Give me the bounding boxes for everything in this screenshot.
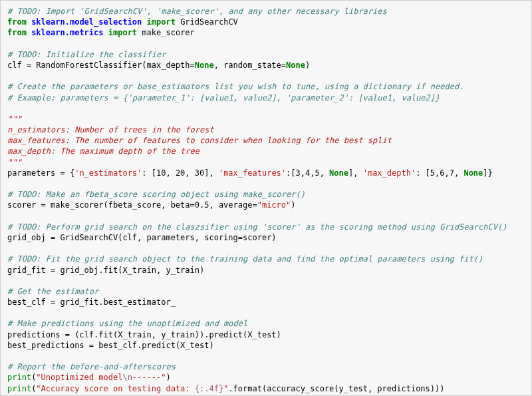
string: "micro" <box>257 200 291 210</box>
code-text: ], <box>348 168 363 178</box>
comment: # TODO: Perform grid search on the clasz… <box>7 222 507 232</box>
comment: # Example: parameters = {'parameter_1': … <box>7 93 440 102</box>
string: 'max_depth' <box>363 168 416 178</box>
code-text: , random_state= <box>214 61 286 70</box>
format-placeholder: {:.4f} <box>195 384 223 393</box>
code-text: clf = RandomForestClassifier(max_depth= <box>7 61 195 70</box>
keyword-import: import <box>147 17 176 27</box>
docstring-line: max_features: The number of features to … <box>7 136 392 145</box>
import-name: make_scorer <box>142 28 194 37</box>
code-text: best_predictions = best_clf.predict(X_te… <box>7 341 214 350</box>
comment: # TODO: Initialize the classifier <box>7 50 166 59</box>
code-text: ) <box>291 200 295 210</box>
string: ------" <box>132 373 166 382</box>
docstring-quotes-open: """ <box>7 114 22 124</box>
constant-none: None <box>329 168 348 178</box>
builtin-print: print <box>7 373 31 382</box>
code-text: : [5,6,7, <box>416 168 464 178</box>
constant-none: None <box>286 61 305 70</box>
module-name: sklearn.model_selection <box>31 17 142 27</box>
constant-none: None <box>195 61 214 70</box>
import-name: GridSearchCV <box>180 17 238 27</box>
comment: # Report the before-and-afterscores <box>7 362 176 371</box>
code-text: scorer = make_scorer(fbeta_score, beta=0… <box>7 200 257 210</box>
code-text: :[3,4,5, <box>286 168 329 178</box>
code-text: .format(accuracy_score(y_test, predictio… <box>228 384 444 393</box>
docstring-line: n_estimators: Number of trees in the for… <box>7 125 214 134</box>
comment: # Create the parameters or base_estimato… <box>7 82 464 91</box>
comment: # Make predictions using the unoptimized… <box>7 319 247 328</box>
code-text: grid_obj = GridSearchCV(clf, parameters,… <box>7 233 277 242</box>
code-cell: # TODO: Import 'GridSearchCV', 'make_sco… <box>0 0 532 396</box>
code-text: ) <box>305 61 310 70</box>
module-name: sklearn.metrics <box>31 28 103 37</box>
docstring-line: max_depth: The maximum depth of the tree <box>7 146 200 156</box>
code-text: predictions = (clf.fit(X_train, y_train)… <box>7 330 281 339</box>
string: "Accuracy score on testing data: <box>36 384 194 393</box>
comment: # TODO: Make an fbeta_score scoring obje… <box>7 190 305 199</box>
code-text: grid_fit = grid_obj.fit(X_train, y_train… <box>7 266 204 275</box>
keyword-from: from <box>7 17 27 27</box>
constant-none: None <box>464 168 483 178</box>
builtin-print: print <box>7 384 31 393</box>
escape: \n <box>122 373 132 382</box>
string: 'n_estimators' <box>74 168 142 178</box>
code-text: ]} <box>483 168 492 178</box>
code-text: parameters = { <box>7 168 74 178</box>
docstring-quotes-close: """ <box>7 158 22 167</box>
comment: # TODO: Fit the grid search object to th… <box>7 254 483 264</box>
comment: # TODO: Import 'GridSearchCV', 'make_sco… <box>7 7 387 16</box>
code-text: best_clf = grid_fit.best_estimator_ <box>7 297 176 307</box>
keyword-from: from <box>7 28 27 37</box>
string: "Unoptimized model <box>36 373 122 382</box>
keyword-import: import <box>108 28 137 37</box>
code-text: : [10, 20, 30], <box>142 168 219 178</box>
string: 'max_features' <box>219 168 286 178</box>
comment: # Get the estimator <box>7 287 98 296</box>
